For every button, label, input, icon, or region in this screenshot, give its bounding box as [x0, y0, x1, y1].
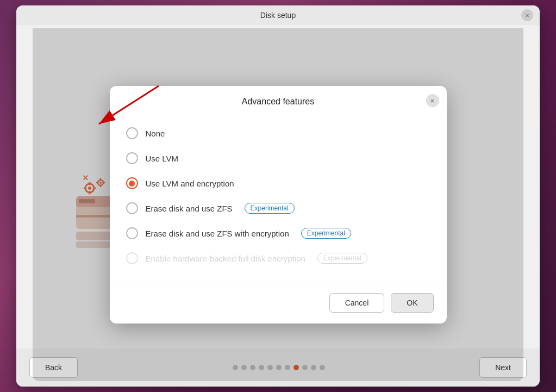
background-window: Disk setup ×: [16, 5, 540, 387]
radio-lvm-encryption[interactable]: [126, 177, 138, 189]
window-titlebar: Disk setup ×: [16, 5, 540, 25]
dialog-body: None Use LVM Use LVM and encryption: [110, 115, 447, 284]
dialog-header: Advanced features ×: [110, 86, 447, 115]
window-close-button[interactable]: ×: [521, 9, 533, 21]
label-lvm-encryption: Use LVM and encryption: [146, 179, 234, 188]
radio-zfs-encryption[interactable]: [126, 227, 138, 239]
advanced-features-dialog: Advanced features × None Use LVM: [110, 86, 447, 323]
ok-button[interactable]: OK: [391, 293, 433, 313]
badge-zfs-encryption: Experimental: [301, 228, 351, 239]
option-zfs[interactable]: Erase disk and use ZFS Experimental: [126, 196, 430, 221]
dialog-footer: Cancel OK: [110, 284, 447, 323]
modal-overlay: Advanced features × None Use LVM: [33, 28, 523, 381]
label-zfs-encryption: Erase disk and use ZFS with encryption: [146, 229, 289, 238]
label-zfs: Erase disk and use ZFS: [146, 204, 233, 213]
option-lvm-encryption[interactable]: Use LVM and encryption: [126, 171, 430, 196]
badge-hardware-encryption: Experimental: [317, 253, 367, 264]
badge-zfs: Experimental: [245, 203, 295, 214]
option-none[interactable]: None: [126, 121, 430, 146]
radio-use-lvm[interactable]: [126, 152, 138, 164]
option-use-lvm[interactable]: Use LVM: [126, 146, 430, 171]
radio-none[interactable]: [126, 127, 138, 139]
option-zfs-encryption[interactable]: Erase disk and use ZFS with encryption E…: [126, 221, 430, 246]
label-none: None: [146, 129, 165, 138]
dialog-close-button[interactable]: ×: [426, 94, 439, 107]
radio-hardware-encryption: [126, 252, 138, 264]
label-hardware-encryption: Enable hardware-backed full disk encrypt…: [146, 254, 305, 263]
dialog-wrapper: Advanced features × None Use LVM: [110, 86, 447, 323]
dialog-title: Advanced features: [242, 97, 314, 107]
window-title: Disk setup: [260, 11, 296, 20]
option-hardware-encryption: Enable hardware-backed full disk encrypt…: [126, 246, 430, 271]
label-use-lvm: Use LVM: [146, 154, 179, 163]
cancel-button[interactable]: Cancel: [329, 293, 385, 313]
radio-zfs[interactable]: [126, 202, 138, 214]
